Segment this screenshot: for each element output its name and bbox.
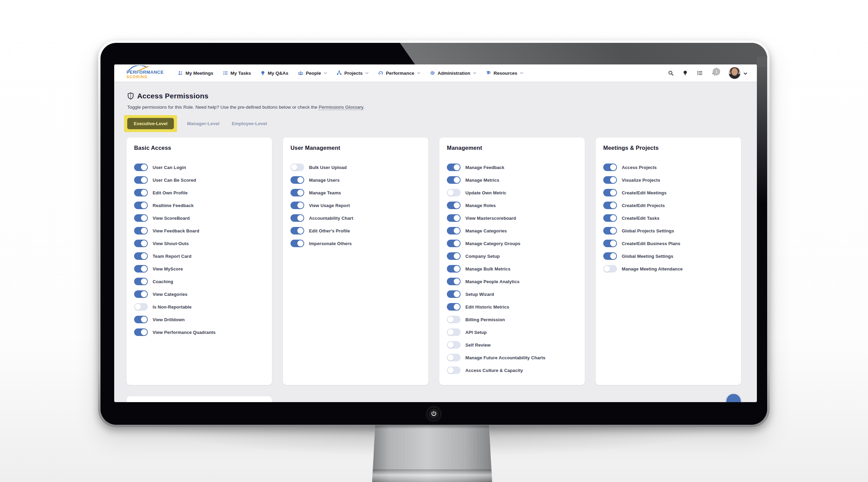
permission-toggle[interactable] (134, 227, 148, 234)
permission-toggle[interactable] (447, 341, 461, 349)
monitor-frame: PERFORMANCE SCORING My Meetings My Tasks… (98, 40, 770, 427)
permission-label: Manage Teams (309, 190, 341, 195)
checklist-icon[interactable] (697, 70, 703, 76)
permission-toggle[interactable] (290, 176, 304, 184)
permission-toggle[interactable] (134, 176, 148, 184)
permission-toggle[interactable] (603, 214, 617, 222)
permissions-card: User Management Bulk User Upload Manage … (283, 137, 428, 385)
permission-label: Global Projects Settings (622, 228, 674, 233)
permission-toggle[interactable] (290, 202, 304, 209)
permission-toggle[interactable] (447, 354, 461, 361)
toggle-knob (291, 164, 297, 170)
nav-item-label: My Meetings (186, 71, 213, 76)
toggle-knob (454, 164, 460, 170)
permission-toggle[interactable] (447, 366, 461, 374)
permissions-glossary-link[interactable]: Permissions Glossary (319, 105, 363, 110)
performance-scoring-logo[interactable]: PERFORMANCE SCORING (127, 66, 168, 80)
chevron-down-icon (520, 72, 523, 74)
permission-toggle[interactable] (603, 252, 617, 260)
permission-toggle[interactable] (447, 189, 461, 196)
notifications[interactable]: 1 (711, 70, 720, 76)
permission-label: Setup Wizard (465, 292, 494, 297)
shield-icon (127, 92, 134, 100)
search-icon[interactable] (668, 70, 674, 76)
permission-toggle[interactable] (603, 240, 617, 247)
permission-row: Global Meeting Settings (603, 252, 734, 260)
nav-item-performance[interactable]: Performance (378, 70, 420, 76)
permission-toggle[interactable] (134, 328, 148, 336)
nav-item-my-qas[interactable]: My Q&As (260, 71, 288, 76)
permission-toggle[interactable] (290, 164, 304, 171)
toggle-knob (297, 177, 304, 183)
permission-toggle[interactable] (134, 189, 148, 196)
card-title: Meetings & Projects (603, 145, 734, 151)
page-subtitle: Toggle permissions for this Role. Need h… (127, 105, 757, 110)
permission-toggle[interactable] (134, 303, 148, 311)
desktop-background: PERFORMANCE SCORING My Meetings My Tasks… (0, 0, 868, 482)
toggle-knob (141, 291, 147, 297)
permission-toggle[interactable] (447, 316, 461, 323)
nav-item-people[interactable]: People (298, 70, 327, 76)
tab-employee-level[interactable]: Employee-Level (230, 121, 269, 126)
permission-toggle[interactable] (134, 278, 148, 285)
permission-toggle[interactable] (603, 164, 617, 171)
nav-item-resources[interactable]: Resources (486, 70, 523, 76)
permission-toggle[interactable] (603, 176, 617, 184)
power-icon (430, 410, 437, 417)
permission-toggle[interactable] (447, 278, 461, 285)
permission-toggle[interactable] (447, 214, 461, 222)
nav-item-projects[interactable]: Projects (336, 70, 369, 76)
permission-toggle[interactable] (447, 164, 461, 171)
permission-label: Manage Roles (465, 203, 496, 208)
permission-row: Setup Wizard (447, 290, 577, 298)
permission-toggle[interactable] (447, 328, 461, 336)
permission-label: Manage Future Accountability Charts (465, 355, 545, 360)
permission-toggle[interactable] (447, 265, 461, 273)
toggle-knob (454, 177, 460, 183)
permission-toggle[interactable] (134, 290, 148, 298)
nav-item-administration[interactable]: Administration (430, 70, 476, 76)
permission-toggle[interactable] (134, 240, 148, 247)
permission-toggle[interactable] (447, 176, 461, 184)
permission-toggle[interactable] (603, 202, 617, 209)
permission-toggle[interactable] (603, 265, 617, 273)
permission-toggle[interactable] (447, 240, 461, 247)
toggle-knob (454, 266, 460, 272)
permission-toggle[interactable] (603, 227, 617, 234)
permission-toggle[interactable] (134, 202, 148, 209)
permission-toggle[interactable] (290, 189, 304, 196)
nav-item-my-tasks[interactable]: My Tasks (223, 70, 251, 76)
toggle-knob (141, 329, 147, 335)
permission-toggle[interactable] (134, 265, 148, 273)
permission-toggle[interactable] (447, 290, 461, 298)
permission-toggle[interactable] (134, 316, 148, 323)
tab-manager-level[interactable]: Manager-Level (185, 121, 222, 126)
permission-row: Access Projects (603, 164, 734, 171)
permission-toggle[interactable] (290, 240, 304, 247)
permission-toggle[interactable] (290, 214, 304, 222)
nav-item-label: Projects (344, 71, 362, 76)
permission-toggle[interactable] (447, 227, 461, 234)
lightbulb-icon[interactable] (682, 70, 688, 76)
toggle-knob (141, 316, 147, 323)
permission-label: Team Report Card (153, 254, 191, 259)
permission-toggle[interactable] (447, 202, 461, 209)
permission-toggle[interactable] (447, 303, 461, 311)
permission-toggle[interactable] (447, 252, 461, 260)
permission-toggle[interactable] (134, 164, 148, 171)
nav-item-my-meetings[interactable]: My Meetings (178, 70, 213, 76)
tab-executive-level[interactable]: Executive-Level (127, 118, 174, 129)
permission-row: View Performance Quadrants (134, 328, 264, 336)
permission-label: Create/Edit Tasks (622, 216, 659, 221)
navbar-right: 1 (668, 67, 747, 79)
fab-button[interactable] (726, 394, 741, 402)
user-menu[interactable] (729, 67, 747, 79)
permission-label: View MyScore (153, 266, 183, 272)
permission-toggle[interactable] (290, 227, 304, 234)
permission-label: Manage People Analytics (465, 279, 520, 284)
permission-toggle[interactable] (134, 252, 148, 260)
permission-label: Global Meeting Settings (622, 254, 673, 259)
permission-toggle[interactable] (603, 189, 617, 196)
tasks-icon (223, 70, 228, 76)
permission-toggle[interactable] (134, 214, 148, 222)
